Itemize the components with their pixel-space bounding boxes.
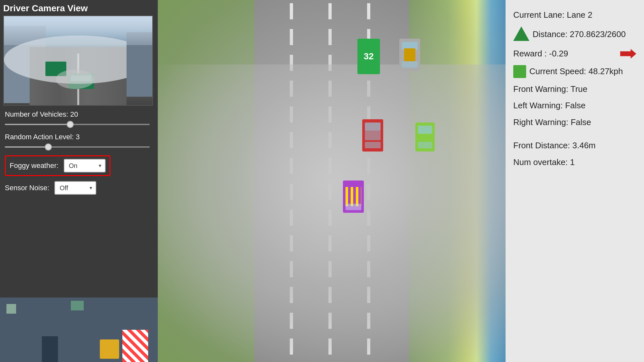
left-panel: Driver Camera View Number of Vehicles: 2…: [0, 0, 158, 362]
road-dashes-1: [290, 0, 293, 362]
distance-row: Distance: 270.8623/2600: [513, 26, 636, 43]
foggy-weather-label: Foggy weather:: [10, 161, 59, 170]
road-dashes-2: [328, 0, 332, 362]
construction-barrier: [122, 330, 148, 362]
purple-car-stripe: [346, 187, 361, 206]
minimap-icon: [513, 26, 529, 43]
building-window-2: [71, 301, 84, 310]
vehicle-count-control: Number of Vehicles: 20: [5, 110, 153, 128]
red-car-window-bottom: [365, 142, 381, 148]
grass-left: [158, 0, 254, 362]
red-car-window-top: [365, 122, 381, 131]
car-truck-green: 32: [357, 39, 380, 74]
camera-dust: [56, 70, 94, 89]
truck-number: 32: [357, 39, 380, 74]
foggy-weather-dropdown-wrapper: On Off ▼: [64, 159, 106, 172]
random-action-label: Random Action Level: 3: [5, 133, 153, 141]
grass-right: [409, 0, 506, 362]
building-door: [42, 336, 58, 362]
car-grey: [399, 39, 420, 71]
camera-view: [3, 15, 153, 106]
sensor-noise-row: Sensor Noise: Off On ▼: [5, 181, 153, 195]
vehicle-count-label: Number of Vehicles: 20: [5, 110, 153, 119]
green-small-car-window: [418, 126, 432, 134]
distance-value: Distance: 270.8623/2600: [533, 29, 626, 40]
main-game-view: 32: [158, 0, 506, 362]
vehicle-count-slider-fill: [5, 124, 70, 125]
reward-row: Reward : -0.29: [513, 48, 636, 59]
car-purple: [343, 181, 364, 213]
right-warning: Right Warning: False: [513, 117, 636, 128]
green-triangle-icon: [513, 26, 529, 41]
grey-car-window-bottom: [402, 61, 418, 68]
current-speed: Current Speed: 48.27kph: [529, 66, 623, 77]
road: [254, 0, 409, 362]
random-action-control: Random Action Level: 3: [5, 133, 153, 150]
red-arrow-icon: [620, 49, 636, 59]
num-overtake: Num overtake: 1: [513, 157, 636, 168]
random-action-slider-track: [5, 146, 150, 148]
right-panel: Current Lane: Lane 2 Distance: 270.8623/…: [506, 0, 644, 362]
red-car-middle: [365, 131, 381, 140]
vehicle-count-slider-track: [5, 124, 150, 125]
sensor-noise-select[interactable]: Off On: [54, 181, 96, 195]
yellow-vehicle: [100, 339, 119, 359]
car-red: [362, 119, 383, 152]
bottom-building-strip: [0, 298, 158, 362]
front-warning: Front Warning: True: [513, 84, 636, 95]
green-small-car-window-bottom: [418, 142, 432, 148]
foggy-weather-row: Foggy weather: On Off ▼: [5, 155, 110, 176]
red-arrow-icon-wrapper: [620, 49, 636, 59]
front-distance: Front Distance: 3.46m: [513, 140, 636, 151]
camera-sky: [4, 16, 152, 45]
sensor-noise-dropdown-wrapper: Off On ▼: [54, 181, 96, 195]
speed-row: Current Speed: 48.27kph: [513, 65, 636, 78]
car-green-small: [415, 122, 435, 152]
current-lane: Current Lane: Lane 2: [513, 10, 636, 21]
foggy-weather-select[interactable]: On Off: [64, 159, 106, 172]
vehicle-count-slider-thumb[interactable]: [67, 121, 74, 128]
grey-car-stripe: [404, 48, 415, 61]
green-block-icon: [513, 65, 526, 78]
building-window: [6, 304, 16, 314]
random-action-slider-fill: [5, 146, 48, 148]
purple-car-window: [346, 204, 361, 210]
left-warning: Left Warning: False: [513, 100, 636, 111]
sensor-noise-label: Sensor Noise:: [5, 184, 49, 192]
vehicle-count-slider-container: [5, 121, 150, 128]
reward-label: Reward : -0.29: [513, 48, 568, 59]
controls-section: Number of Vehicles: 20 Random Action Lev…: [3, 110, 155, 195]
random-action-slider-thumb[interactable]: [45, 143, 52, 151]
random-action-slider-container: [5, 144, 150, 150]
camera-title: Driver Camera View: [3, 3, 155, 14]
